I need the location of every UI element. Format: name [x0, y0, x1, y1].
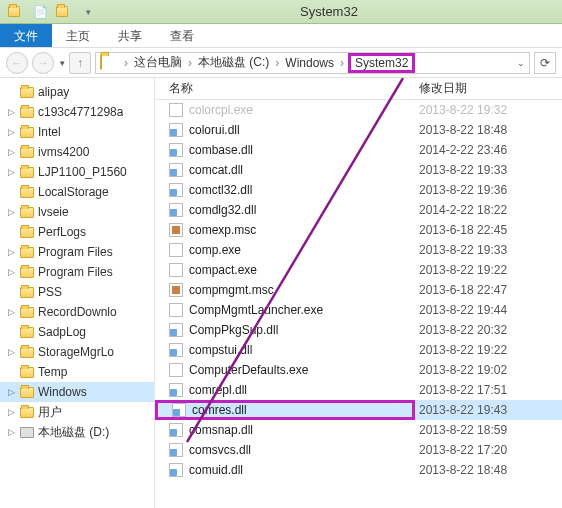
file-row[interactable]: comctl32.dll2013-8-22 19:36 — [155, 180, 562, 200]
ribbon: 文件 主页 共享 查看 — [0, 24, 562, 48]
tree-item[interactable]: ▷ivms4200 — [0, 142, 154, 162]
tree-item-label: ivms4200 — [38, 145, 89, 159]
tree-item-label: LJP1100_P1560 — [38, 165, 127, 179]
chevron-right-icon[interactable]: › — [124, 56, 128, 70]
drive-icon — [20, 427, 34, 438]
open-qat-icon[interactable] — [56, 4, 72, 20]
tree-item[interactable]: PSS — [0, 282, 154, 302]
chevron-right-icon[interactable]: › — [188, 56, 192, 70]
file-row[interactable]: comp.exe2013-8-22 19:33 — [155, 240, 562, 260]
file-date: 2013-8-22 19:22 — [415, 343, 562, 357]
tree-item[interactable]: ▷Program Files — [0, 262, 154, 282]
expander-icon[interactable]: ▷ — [8, 207, 18, 217]
column-date[interactable]: 修改日期 — [415, 80, 562, 97]
file-name: comctl32.dll — [189, 183, 252, 197]
expander-icon[interactable]: ▷ — [8, 107, 18, 117]
tree-item[interactable]: ▷RecordDownlo — [0, 302, 154, 322]
breadcrumb-dropdown-icon[interactable]: ⌄ — [517, 58, 525, 68]
tree-item[interactable]: ▷用户 — [0, 402, 154, 422]
tree-item-label: 本地磁盘 (D:) — [38, 424, 109, 441]
qat-dropdown-icon[interactable]: ▾ — [80, 4, 96, 20]
crumb-windows[interactable]: Windows — [283, 56, 336, 70]
tree-item[interactable]: ▷本地磁盘 (D:) — [0, 422, 154, 442]
up-button[interactable]: ↑ — [69, 52, 91, 74]
refresh-button[interactable]: ⟳ — [534, 52, 556, 74]
tree-item[interactable]: ▷Intel — [0, 122, 154, 142]
folder-qat-icon[interactable] — [8, 4, 24, 20]
file-name: CompPkgSup.dll — [189, 323, 278, 337]
properties-qat-icon[interactable]: 📄 — [32, 4, 48, 20]
file-row[interactable]: comrepl.dll2013-8-22 17:51 — [155, 380, 562, 400]
exe-file-icon — [169, 263, 183, 277]
dll-file-icon — [169, 123, 183, 137]
expander-icon[interactable]: ▷ — [8, 407, 18, 417]
tree-item[interactable]: ▷Windows — [0, 382, 154, 402]
file-row[interactable]: ComputerDefaults.exe2013-8-22 19:02 — [155, 360, 562, 380]
tree-item[interactable]: LocalStorage — [0, 182, 154, 202]
tree-item[interactable]: Temp — [0, 362, 154, 382]
tree-item[interactable]: ▷lvseie — [0, 202, 154, 222]
expander-icon[interactable]: ▷ — [8, 247, 18, 257]
file-name: colorui.dll — [189, 123, 240, 137]
tree-item[interactable]: ▷LJP1100_P1560 — [0, 162, 154, 182]
expander-icon[interactable]: ▷ — [8, 167, 18, 177]
file-row[interactable]: combase.dll2014-2-22 23:46 — [155, 140, 562, 160]
file-name: CompMgmtLauncher.exe — [189, 303, 323, 317]
expander-icon[interactable]: ▷ — [8, 147, 18, 157]
file-row[interactable]: comexp.msc2013-6-18 22:45 — [155, 220, 562, 240]
history-dropdown-icon[interactable]: ▾ — [60, 58, 65, 68]
file-row[interactable]: compmgmt.msc2013-6-18 22:47 — [155, 280, 562, 300]
file-date: 2013-8-22 18:48 — [415, 123, 562, 137]
expander-icon[interactable]: ▷ — [8, 127, 18, 137]
file-row[interactable]: compact.exe2013-8-22 19:22 — [155, 260, 562, 280]
file-row[interactable]: comres.dll2013-8-22 19:43 — [155, 400, 562, 420]
file-row[interactable]: colorui.dll2013-8-22 18:48 — [155, 120, 562, 140]
file-pane: 名称 修改日期 colorcpl.exe2013-8-22 19:32color… — [155, 78, 562, 508]
tree-item[interactable]: ▷Program Files — [0, 242, 154, 262]
tree-item[interactable]: ▷StorageMgrLo — [0, 342, 154, 362]
file-row[interactable]: CompMgmtLauncher.exe2013-8-22 19:44 — [155, 300, 562, 320]
folder-icon — [20, 347, 34, 358]
crumb-system32[interactable]: System32 — [348, 53, 415, 73]
breadcrumb[interactable]: › 这台电脑 › 本地磁盘 (C:) › Windows › System32 … — [95, 52, 530, 74]
file-row[interactable]: compstui.dll2013-8-22 19:22 — [155, 340, 562, 360]
tree-item[interactable]: alipay — [0, 82, 154, 102]
file-row[interactable]: comcat.dll2013-8-22 19:33 — [155, 160, 562, 180]
file-date: 2013-8-22 18:59 — [415, 423, 562, 437]
expander-icon[interactable]: ▷ — [8, 427, 18, 437]
file-date: 2013-8-22 19:32 — [415, 103, 562, 117]
tab-file[interactable]: 文件 — [0, 24, 52, 47]
back-button[interactable]: ← — [6, 52, 28, 74]
tree-item-label: LocalStorage — [38, 185, 109, 199]
crumb-drive-c[interactable]: 本地磁盘 (C:) — [196, 54, 271, 71]
file-row[interactable]: comdlg32.dll2014-2-22 18:22 — [155, 200, 562, 220]
expander-icon[interactable]: ▷ — [8, 307, 18, 317]
tree-item-label: RecordDownlo — [38, 305, 117, 319]
file-row[interactable]: comsvcs.dll2013-8-22 17:20 — [155, 440, 562, 460]
tree-item[interactable]: PerfLogs — [0, 222, 154, 242]
tree-item-label: SadpLog — [38, 325, 86, 339]
expander-icon[interactable]: ▷ — [8, 387, 18, 397]
file-row[interactable]: CompPkgSup.dll2013-8-22 20:32 — [155, 320, 562, 340]
column-name[interactable]: 名称 — [155, 80, 415, 97]
file-date: 2013-8-22 19:02 — [415, 363, 562, 377]
tree-item[interactable]: SadpLog — [0, 322, 154, 342]
tree-item[interactable]: ▷c193c4771298a — [0, 102, 154, 122]
tab-share[interactable]: 共享 — [104, 24, 156, 47]
expander-icon[interactable]: ▷ — [8, 267, 18, 277]
chevron-right-icon[interactable]: › — [275, 56, 279, 70]
chevron-right-icon[interactable]: › — [340, 56, 344, 70]
file-row[interactable]: comsnap.dll2013-8-22 18:59 — [155, 420, 562, 440]
tree-item-label: 用户 — [38, 404, 62, 421]
file-date: 2013-6-18 22:47 — [415, 283, 562, 297]
forward-button[interactable]: → — [32, 52, 54, 74]
file-row[interactable]: comuid.dll2013-8-22 18:48 — [155, 460, 562, 480]
crumb-computer[interactable]: 这台电脑 — [132, 54, 184, 71]
tab-view[interactable]: 查看 — [156, 24, 208, 47]
dll-file-icon — [169, 343, 183, 357]
expander-icon[interactable]: ▷ — [8, 347, 18, 357]
file-row[interactable]: colorcpl.exe2013-8-22 19:32 — [155, 100, 562, 120]
folder-icon — [20, 407, 34, 418]
tab-home[interactable]: 主页 — [52, 24, 104, 47]
dll-file-icon — [169, 443, 183, 457]
